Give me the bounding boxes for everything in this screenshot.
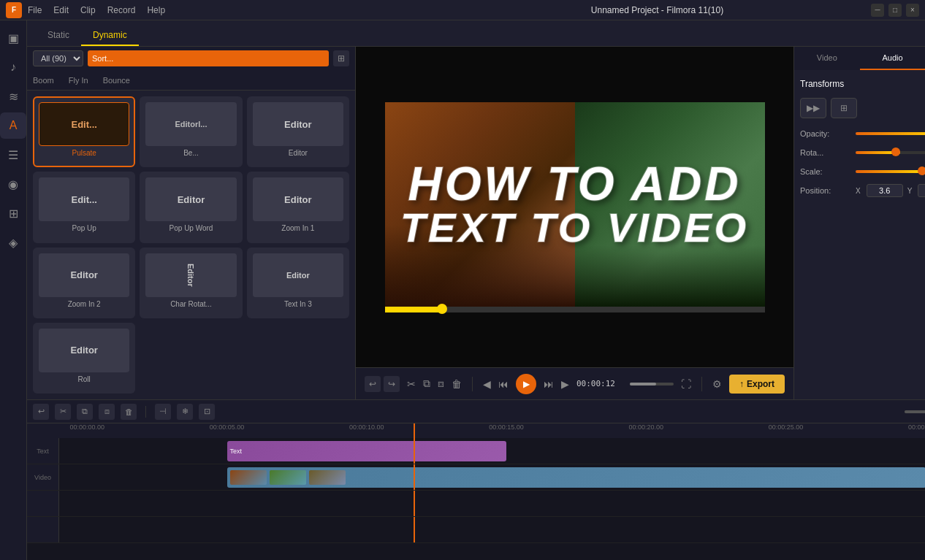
anim-card-zoomin1[interactable]: Editor Zoom In 1 [247,172,349,242]
anim-card-charrotat[interactable]: Editor Char Rotat... [140,248,242,318]
progress-dot [437,304,447,314]
video-clip[interactable] [227,467,926,488]
rotation-row: Rota... 0° [800,146,925,159]
fast-fwd-button[interactable]: ▶ [561,378,569,390]
timeline-paste-button[interactable]: ⧈ [99,404,115,420]
track-content-text[interactable]: Text [59,438,925,464]
next-frame-button[interactable]: ⏭ [544,378,554,390]
play-pause-button[interactable]: ▶ [516,374,536,394]
cut-button[interactable]: ✂ [407,378,416,390]
anim-card-popupword[interactable]: Editor Pop Up Word [140,172,242,242]
subtab-flyin[interactable]: Fly In [69,76,88,85]
play-ctrl-2[interactable]: ⊞ [831,98,857,118]
export-button[interactable]: ↑ Export [729,375,785,394]
timeline-copy-button[interactable]: ⧉ [77,404,93,420]
minimize-button[interactable]: ─ [871,4,884,17]
empty1-track-playhead [414,491,415,516]
right-tab-video[interactable]: Video [794,47,860,70]
play-ctrl-1[interactable]: ▶▶ [800,98,826,118]
anim-card-pulsate[interactable]: Edit... Pulsate [33,96,135,167]
grid-view-button[interactable]: ⊞ [333,50,349,66]
position-x-value[interactable]: 3.6 [867,184,903,197]
progress-fill [385,307,442,312]
panel-row: All (90) ⊞ Boom Fly In Bounce [27,47,925,399]
sidebar-icon-text[interactable]: A [0,112,26,139]
anim-card-textin3[interactable]: Editor Text In 3 [247,248,349,318]
subtab-boom[interactable]: Boom [33,76,54,85]
undo-button[interactable]: ↩ [365,376,381,392]
tab-static[interactable]: Static [36,26,81,46]
filter-select[interactable]: All (90) [33,50,83,66]
zoom-slider[interactable] [905,410,925,413]
right-tabs: Video Audio Color [794,47,925,70]
export-label: Export [747,379,774,389]
prev-frame-button[interactable]: ⏮ [498,378,509,390]
track-row-text: Text Text [27,438,925,464]
sidebar-icon-effects[interactable]: ◉ [0,171,26,197]
track-label-video: Video [27,464,59,490]
delete-button[interactable]: 🗑 [452,378,462,390]
sidebar-icon-waveform[interactable]: ≋ [0,83,26,110]
timeline-cut-button[interactable]: ✂ [55,404,71,420]
video-track-playhead [414,464,415,490]
track-content-empty2[interactable] [59,517,925,542]
split-button[interactable]: ⊣ [155,404,171,420]
sidebar-icon-tag[interactable]: ◈ [0,229,26,256]
menu-clip[interactable]: Clip [80,5,96,15]
menu-file[interactable]: File [28,5,42,15]
right-panel: Video Audio Color Transforms ▶▶ ⊞ Opacit… [793,47,925,399]
menu-edit[interactable]: Edit [53,5,69,15]
opacity-slider[interactable] [856,132,925,135]
position-y-value[interactable]: -42.2 [918,184,925,197]
rewind-button[interactable]: ◀ [483,378,491,390]
sidebar-icon-transitions[interactable]: ⊞ [0,200,26,226]
rotation-slider[interactable] [856,151,925,154]
freeze-button[interactable]: ❄ [177,404,193,420]
redo-button[interactable]: ↪ [384,376,400,392]
search-input[interactable] [92,54,324,63]
video-left [385,102,575,307]
anim-preview-popup: Edit... [39,177,129,221]
anim-label-charrotat: Char Rotat... [170,300,212,308]
text-track-playhead [414,438,415,464]
anim-card-roll[interactable]: Editor Roll [33,323,135,394]
sidebar-icon-audio[interactable]: ♪ [0,54,26,80]
anim-label-be: Be... [183,149,199,157]
paste-button[interactable]: ⧈ [438,377,444,390]
close-button[interactable]: × [906,4,919,17]
tab-dynamic[interactable]: Dynamic [81,26,139,46]
volume-slider[interactable] [630,383,674,386]
undo-redo: ↩ ↪ [365,376,400,392]
anim-card-zoomin2[interactable]: Editor Zoom In 2 [33,248,135,318]
copy-button[interactable]: ⧉ [423,377,430,390]
timeline-undo-button[interactable]: ↩ [33,404,49,420]
subtab-bounce[interactable]: Bounce [103,76,130,85]
progress-bar[interactable] [385,307,765,312]
menu-record[interactable]: Record [107,5,136,15]
ruler-mark-0: 00:00:00.00 [69,423,104,431]
sidebar-icon-sticker[interactable]: ☰ [0,142,26,168]
scale-label: Scale: [800,167,851,176]
menu-help[interactable]: Help [147,5,165,15]
text-clip[interactable]: Text [227,441,507,461]
track-content-video[interactable] [59,464,925,490]
scale-slider[interactable] [856,170,925,173]
crop-button[interactable]: ⊡ [199,404,215,420]
maximize-button[interactable]: □ [888,4,902,17]
anim-card-be[interactable]: Editorl... Be... [140,96,242,167]
right-tab-audio[interactable]: Audio [860,47,925,70]
anim-preview-editor3: Editor [253,102,343,146]
anim-label-pulsate: Pulsate [72,149,96,157]
fullscreen-button[interactable]: ⛶ [681,378,691,390]
timeline-header: ↩ ✂ ⧉ ⧈ 🗑 ⊣ ❄ ⊡ ↑ [27,400,925,423]
top-bar: F File Edit Clip Record Help Unnamed Pro… [0,0,925,20]
anim-card-popup[interactable]: Edit... Pop Up [33,172,135,242]
timeline-delete-button[interactable]: 🗑 [121,404,137,420]
sidebar-icon-media[interactable]: ▣ [0,25,26,51]
menu-items: File Edit Clip Record Help [28,5,444,15]
anim-card-editor3[interactable]: Editor Editor [247,96,349,167]
track-content-empty1[interactable] [59,491,925,516]
video-right [575,102,765,307]
settings-button[interactable]: ⚙ [712,378,722,390]
opacity-row: Opacity: 100% [800,127,925,140]
